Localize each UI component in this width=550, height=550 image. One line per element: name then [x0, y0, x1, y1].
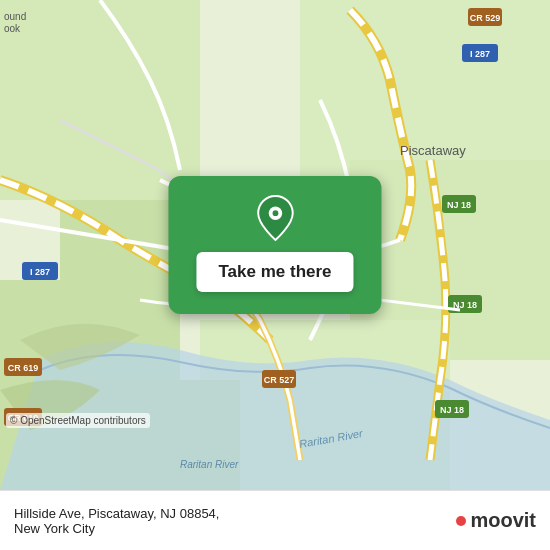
location-pin-icon [255, 194, 295, 242]
moovit-logo: moovit [456, 509, 536, 532]
svg-text:Raritan River: Raritan River [180, 459, 239, 470]
svg-text:NJ 18: NJ 18 [447, 200, 471, 210]
svg-rect-1 [0, 0, 200, 200]
svg-point-32 [272, 210, 278, 216]
map-container: I 287 I 287 NJ 18 NJ 18 NJ 18 CR 527 CR … [0, 0, 550, 490]
svg-text:ound: ound [4, 11, 26, 22]
take-me-there-overlay: Take me there [168, 176, 381, 314]
green-box: Take me there [168, 176, 381, 314]
svg-text:I 287: I 287 [30, 267, 50, 277]
osm-credit: © OpenStreetMap contributors [6, 413, 150, 428]
svg-text:CR 527: CR 527 [264, 375, 295, 385]
svg-text:CR 619: CR 619 [8, 363, 39, 373]
moovit-brand-text: moovit [470, 509, 536, 532]
take-me-there-button[interactable]: Take me there [196, 252, 353, 292]
moovit-dot-icon [456, 516, 466, 526]
svg-text:I 287: I 287 [470, 49, 490, 59]
address-line: Hillside Ave, Piscataway, NJ 08854, [14, 506, 219, 521]
address-info: Hillside Ave, Piscataway, NJ 08854, New … [14, 506, 219, 536]
svg-text:ook: ook [4, 23, 21, 34]
svg-text:CR 529: CR 529 [470, 13, 501, 23]
svg-text:NJ 18: NJ 18 [440, 405, 464, 415]
bottom-bar: Hillside Ave, Piscataway, NJ 08854, New … [0, 490, 550, 550]
city-line: New York City [14, 521, 219, 536]
svg-text:Piscataway: Piscataway [400, 143, 466, 158]
